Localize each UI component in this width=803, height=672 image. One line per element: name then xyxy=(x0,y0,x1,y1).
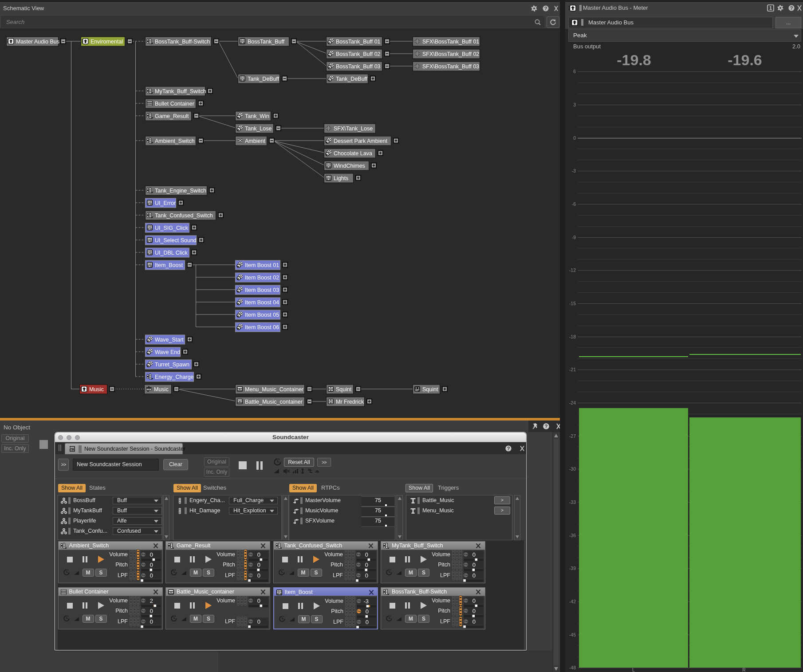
svg-text:0: 0 xyxy=(257,572,260,579)
svg-text:Battle_Music_container: Battle_Music_container xyxy=(245,399,303,405)
svg-text:MyTank_Buff_Switch: MyTank_Buff_Switch xyxy=(155,88,206,94)
svg-text:SFX\BossTank_Buff 03: SFX\BossTank_Buff 03 xyxy=(422,63,479,70)
svg-text:Ambient: Ambient xyxy=(245,138,265,144)
svg-text:Tank_Win: Tank_Win xyxy=(245,113,269,119)
svg-text:Lights: Lights xyxy=(334,175,348,181)
svg-text:-36: -36 xyxy=(569,533,576,538)
svg-text:Volume: Volume xyxy=(324,551,343,558)
svg-text:?: ? xyxy=(544,6,547,11)
svg-text:Music: Music xyxy=(89,386,104,393)
svg-text:Pitch: Pitch xyxy=(438,608,450,614)
svg-text:-6: -6 xyxy=(572,201,576,207)
svg-text:Squint: Squint xyxy=(336,386,352,393)
svg-text:LPF: LPF xyxy=(440,618,450,625)
svg-text:Pitch: Pitch xyxy=(115,608,128,614)
svg-text:0: 0 xyxy=(365,551,368,558)
svg-text:Item Boost 02: Item Boost 02 xyxy=(245,275,279,281)
svg-text:-24: -24 xyxy=(569,400,576,405)
svg-text:SFX\BossTank_Buff 02: SFX\BossTank_Buff 02 xyxy=(422,51,479,57)
svg-text:Wave End: Wave End xyxy=(155,349,180,355)
svg-text:LPF: LPF xyxy=(118,572,128,578)
svg-text:Item Boost 06: Item Boost 06 xyxy=(245,324,279,330)
svg-text:Wave_Start: Wave_Start xyxy=(155,337,184,343)
svg-text:0: 0 xyxy=(150,551,153,558)
svg-text:0: 0 xyxy=(365,562,368,568)
svg-text:UI_Error: UI_Error xyxy=(155,200,176,206)
svg-text:Volume: Volume xyxy=(432,597,450,604)
svg-text:R: R xyxy=(742,667,746,672)
svg-text:Volume: Volume xyxy=(109,597,128,604)
svg-text:Tank_Engine_Switch: Tank_Engine_Switch xyxy=(155,188,206,194)
svg-text:-33: -33 xyxy=(569,499,576,505)
svg-text:3: 3 xyxy=(573,102,576,107)
svg-text:LPF: LPF xyxy=(225,572,235,578)
svg-text:Item Boost 04: Item Boost 04 xyxy=(245,299,279,306)
svg-text:Volume: Volume xyxy=(432,551,450,558)
svg-text:0: 0 xyxy=(472,618,476,625)
svg-text:Enviromental: Enviromental xyxy=(91,39,123,45)
svg-text:0: 0 xyxy=(365,619,368,625)
svg-text:Volume: Volume xyxy=(109,551,128,558)
svg-text:BossTank_Buff 01: BossTank_Buff 01 xyxy=(336,39,381,45)
svg-text:Game_Result: Game_Result xyxy=(155,113,189,119)
svg-text:Item Boost 05: Item Boost 05 xyxy=(245,312,279,318)
svg-text:0: 0 xyxy=(257,597,260,604)
svg-text:0: 0 xyxy=(472,551,476,558)
svg-text:-15: -15 xyxy=(569,301,576,306)
svg-text:0: 0 xyxy=(150,572,153,579)
svg-text:0: 0 xyxy=(472,562,476,568)
svg-text:SFX\Tank_Lose: SFX\Tank_Lose xyxy=(334,126,373,132)
svg-text:-18: -18 xyxy=(569,334,576,339)
svg-text:-9: -9 xyxy=(572,235,576,240)
svg-text:0: 0 xyxy=(257,562,260,568)
svg-text:Tank_DeBuff: Tank_DeBuff xyxy=(336,76,368,82)
svg-text:Pitch: Pitch xyxy=(438,562,450,568)
svg-text:Pitch: Pitch xyxy=(223,562,235,568)
svg-text:Music: Music xyxy=(154,386,169,393)
svg-text:-21: -21 xyxy=(569,367,576,372)
svg-text:BossTank_Buff 03: BossTank_Buff 03 xyxy=(336,63,381,70)
svg-text:0: 0 xyxy=(150,618,153,625)
svg-text:0: 0 xyxy=(150,608,153,614)
svg-text:Squint: Squint xyxy=(422,386,438,393)
svg-text:Volume: Volume xyxy=(325,598,343,604)
svg-text:Tank_Confused_Switch: Tank_Confused_Switch xyxy=(155,212,213,219)
svg-text:LPF: LPF xyxy=(440,572,450,578)
svg-text:BossTank_Buff: BossTank_Buff xyxy=(248,39,285,45)
svg-text:Bullet Container: Bullet Container xyxy=(155,101,194,107)
svg-text:Tank_DeBuff: Tank_DeBuff xyxy=(248,76,279,82)
svg-text:?: ? xyxy=(507,446,510,451)
svg-text:0: 0 xyxy=(472,572,476,579)
svg-text:0: 0 xyxy=(257,551,260,558)
svg-text:-45: -45 xyxy=(569,632,576,637)
svg-text:UI_Select Sound: UI_Select Sound xyxy=(155,237,197,244)
svg-text:BossTank_Buff-Switch: BossTank_Buff-Switch xyxy=(155,39,210,45)
svg-text:Item Boost 01: Item Boost 01 xyxy=(245,262,279,268)
svg-text:Volume: Volume xyxy=(216,551,235,558)
svg-text:Energy_Charge: Energy_Charge xyxy=(155,374,194,380)
svg-text:0: 0 xyxy=(365,608,368,615)
svg-text:-39: -39 xyxy=(569,566,576,571)
svg-text:-27: -27 xyxy=(569,433,576,439)
svg-text:Mr Fredrick: Mr Fredrick xyxy=(336,399,364,405)
svg-text:?: ? xyxy=(544,424,547,429)
svg-text:Pitch: Pitch xyxy=(115,562,128,568)
svg-text:UI_SIG_Click: UI_SIG_Click xyxy=(155,225,189,231)
svg-text:0: 0 xyxy=(365,572,368,579)
svg-text:2: 2 xyxy=(150,597,153,604)
svg-text:LPF: LPF xyxy=(225,618,235,625)
svg-text:UI_DBL Click: UI_DBL Click xyxy=(155,250,188,256)
svg-text:-3: -3 xyxy=(572,168,576,173)
svg-text:0: 0 xyxy=(257,618,260,625)
svg-text:LPF: LPF xyxy=(118,618,128,625)
svg-text:Menu_Music_Container: Menu_Music_Container xyxy=(245,386,303,393)
svg-text:0: 0 xyxy=(472,597,476,604)
svg-text:WindChimes: WindChimes xyxy=(334,163,365,169)
svg-text:Item_Boost: Item_Boost xyxy=(155,262,183,268)
svg-text:-42: -42 xyxy=(569,599,576,604)
svg-text:LPF: LPF xyxy=(333,619,343,625)
svg-text:L: L xyxy=(632,667,635,672)
svg-text:Ambient_Switch: Ambient_Switch xyxy=(155,138,195,144)
svg-text:-48: -48 xyxy=(569,665,576,670)
svg-text:6: 6 xyxy=(573,69,576,74)
